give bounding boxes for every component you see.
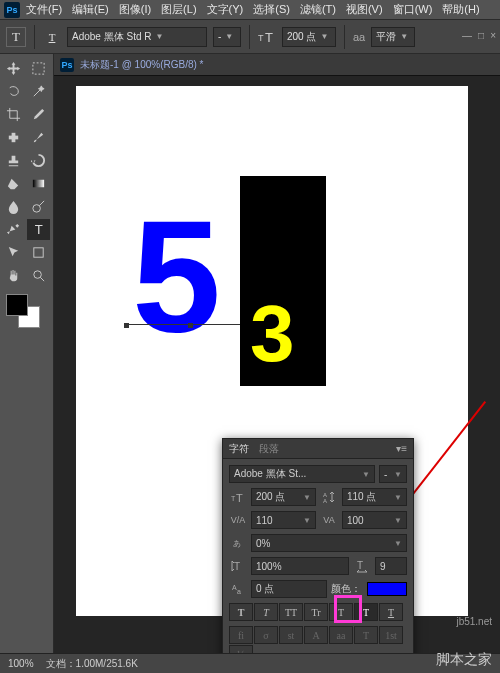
panel-baseline-shift-field[interactable]: 0 点	[251, 580, 327, 598]
dodge-tool[interactable]	[27, 196, 50, 217]
window-controls: — □ ×	[462, 30, 496, 41]
underline-button[interactable]: T	[379, 603, 403, 621]
text-layer[interactable]: 5	[132, 196, 221, 356]
color-label: 颜色：	[331, 582, 361, 596]
color-swatch-button[interactable]	[367, 582, 407, 596]
svg-text:T: T	[265, 30, 273, 44]
va-tracking-icon: V/A	[229, 515, 247, 525]
panel-leading-field[interactable]: 110 点▼	[342, 488, 407, 506]
anti-alias-dropdown[interactable]: 平滑▼	[371, 27, 415, 47]
minimize-button[interactable]: —	[462, 30, 472, 41]
path-select-tool[interactable]	[2, 242, 25, 263]
svg-text:T: T	[35, 222, 43, 237]
foreground-swatch[interactable]	[6, 294, 28, 316]
gradient-tool[interactable]	[27, 173, 50, 194]
heal-tool[interactable]	[2, 127, 25, 148]
character-panel: 字符 段落 ▾≡ Adobe 黑体 St...▼ -▼ TT 200 点▼ AA…	[222, 438, 414, 673]
panel-font-size-field[interactable]: 200 点▼	[251, 488, 316, 506]
blur-tool[interactable]	[2, 196, 25, 217]
stamp-tool[interactable]	[2, 150, 25, 171]
brush-tool[interactable]	[27, 127, 50, 148]
kerning-icon: VA	[320, 515, 338, 525]
zoom-level[interactable]: 100%	[8, 658, 34, 669]
maximize-button[interactable]: □	[478, 30, 484, 41]
main-area: T Ps 未标题-1 @ 100%(RGB/8) * 5 3	[0, 54, 500, 653]
eraser-tool[interactable]	[2, 173, 25, 194]
color-swatches[interactable]	[6, 294, 40, 328]
panel-font-family-dropdown[interactable]: Adobe 黑体 St...▼	[229, 465, 375, 483]
app-logo: Ps	[4, 2, 20, 18]
divider	[249, 25, 250, 49]
font-style-dropdown[interactable]: -▼	[213, 27, 241, 47]
menu-filter[interactable]: 滤镜(T)	[300, 2, 336, 17]
history-brush-tool[interactable]	[27, 150, 50, 171]
baseline-handle[interactable]	[124, 323, 129, 328]
document-tab[interactable]: 未标题-1 @ 100%(RGB/8) *	[80, 58, 204, 72]
shape-tool[interactable]	[27, 242, 50, 263]
pen-tool[interactable]	[2, 219, 25, 240]
move-tool[interactable]	[2, 58, 25, 79]
panel-font-style-dropdown[interactable]: -▼	[379, 465, 407, 483]
font-family-dropdown[interactable]: Adobe 黑体 Std R▼	[67, 27, 207, 47]
tab-paragraph[interactable]: 段落	[259, 442, 279, 456]
hand-tool[interactable]	[2, 265, 25, 286]
menu-window[interactable]: 窗口(W)	[393, 2, 433, 17]
text-char-3: 3	[250, 288, 295, 380]
menu-type[interactable]: 文字(Y)	[207, 2, 244, 17]
menu-select[interactable]: 选择(S)	[253, 2, 290, 17]
panel-menu-icon[interactable]: ▾≡	[396, 443, 407, 454]
svg-rect-5	[33, 180, 44, 188]
menu-file[interactable]: 文件(F)	[26, 2, 62, 17]
eyedropper-tool[interactable]	[27, 104, 50, 125]
size-icon: TT	[229, 490, 247, 504]
menu-view[interactable]: 视图(V)	[346, 2, 383, 17]
ot-contextual-button[interactable]: σ	[254, 626, 278, 644]
menu-edit[interactable]: 编辑(E)	[72, 2, 109, 17]
status-bar: 100% 文档：1.00M/251.6K	[0, 653, 500, 673]
crop-tool[interactable]	[2, 104, 25, 125]
menu-help[interactable]: 帮助(H)	[442, 2, 479, 17]
panel-baseline-size-field[interactable]: 9	[375, 557, 407, 575]
svg-point-6	[33, 205, 41, 213]
ot-discretionary-button[interactable]: st	[279, 626, 303, 644]
document-area: Ps 未标题-1 @ 100%(RGB/8) * 5 3 字符 段落 ▾≡	[54, 54, 500, 653]
ot-swash-button[interactable]: A	[304, 626, 328, 644]
text-selection[interactable]: 3	[240, 176, 326, 386]
annotation-highlight-box	[334, 595, 362, 623]
svg-rect-8	[34, 248, 43, 257]
ot-ordinals-button[interactable]: 1st	[379, 626, 403, 644]
smallcaps-button[interactable]: Tr	[304, 603, 328, 621]
baseline-indicator	[126, 324, 256, 325]
tracking-icon: あ	[229, 536, 247, 550]
menubar: Ps 文件(F) 编辑(E) 图像(I) 图层(L) 文字(Y) 选择(S) 滤…	[0, 0, 500, 20]
text-orientation-button[interactable]: T	[43, 28, 61, 46]
chevron-down-icon: ▼	[225, 32, 233, 41]
type-tool[interactable]: T	[27, 219, 50, 240]
ot-titling-button[interactable]: T	[354, 626, 378, 644]
menu-image[interactable]: 图像(I)	[119, 2, 151, 17]
ot-ligature-button[interactable]: fi	[229, 626, 253, 644]
baseline-handle[interactable]	[188, 323, 193, 328]
menu-layer[interactable]: 图层(L)	[161, 2, 196, 17]
faux-italic-button[interactable]: T	[254, 603, 278, 621]
close-button[interactable]: ×	[490, 30, 496, 41]
font-size-dropdown[interactable]: 200 点▼	[282, 27, 336, 47]
faux-bold-button[interactable]: T	[229, 603, 253, 621]
ot-stylistic-button[interactable]: aa	[329, 626, 353, 644]
zoom-tool[interactable]	[27, 265, 50, 286]
svg-point-9	[34, 271, 42, 279]
chevron-down-icon: ▼	[320, 32, 328, 41]
panel-hscale-field[interactable]: 100%	[251, 557, 349, 575]
allcaps-button[interactable]: TT	[279, 603, 303, 621]
wand-tool[interactable]	[27, 81, 50, 102]
tab-character[interactable]: 字符	[229, 442, 249, 456]
panel-kerning-field[interactable]: 100▼	[342, 511, 407, 529]
marquee-tool[interactable]	[27, 58, 50, 79]
doc-info[interactable]: 文档：1.00M/251.6K	[46, 657, 138, 671]
lasso-tool[interactable]	[2, 81, 25, 102]
type-tool-indicator[interactable]: T	[6, 27, 26, 47]
chevron-down-icon: ▼	[155, 32, 163, 41]
panel-vscale-field[interactable]: 0%▼	[251, 534, 407, 552]
horiz-scale-icon: T	[353, 559, 371, 573]
panel-va-field[interactable]: 110▼	[251, 511, 316, 529]
